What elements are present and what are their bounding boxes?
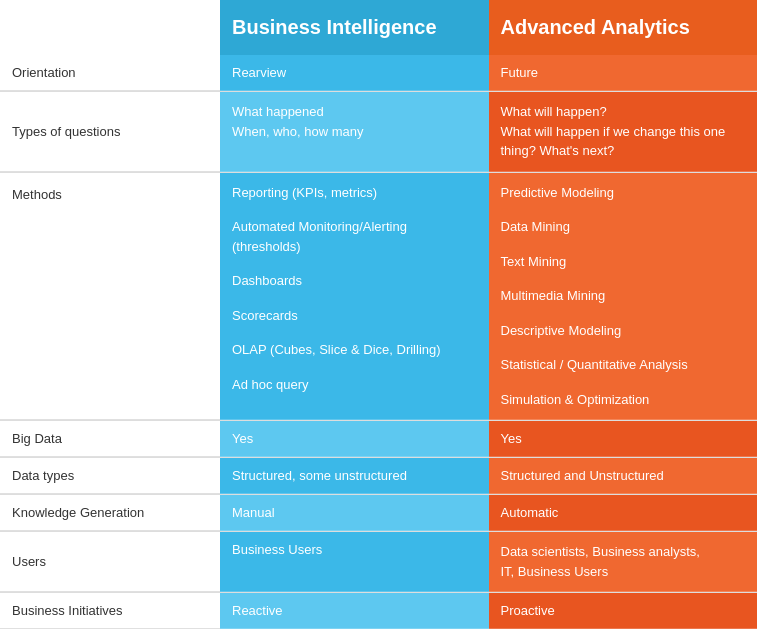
aa-method-6: Statistical / Quantitative Analysis [501,355,746,375]
aa-big-data: Yes [489,421,758,457]
bi-orientation: Rearview [220,55,489,91]
aa-data-types: Structured and Unstructured [489,458,758,494]
aa-toq-line2: What will happen if we change this one t… [501,122,746,161]
aa-knowledge-generation: Automatic [489,495,758,531]
bi-header-label: Business Intelligence [232,16,437,39]
row-users: Users Business Users Data scientists, Bu… [0,532,757,593]
label-data-types: Data types [0,458,220,494]
aa-method-5: Descriptive Modeling [501,321,746,341]
label-types-of-questions: Types of questions [0,92,220,172]
row-data-types: Data types Structured, some unstructured… [0,458,757,495]
label-orientation: Orientation [0,55,220,91]
aa-business-initiatives: Proactive [489,593,758,629]
label-knowledge-generation: Knowledge Generation [0,495,220,531]
comparison-table: Business Intelligence Advanced Analytics… [0,0,757,629]
row-types-of-questions: Types of questions What happened When, w… [0,92,757,173]
row-orientation: Orientation Rearview Future [0,55,757,92]
aa-method-1: Predictive Modeling [501,183,746,203]
bi-big-data: Yes [220,421,489,457]
bi-method-4: Scorecards [232,306,477,326]
row-business-initiatives: Business Initiatives Reactive Proactive [0,593,757,629]
header-row: Business Intelligence Advanced Analytics [0,0,757,55]
row-knowledge-generation: Knowledge Generation Manual Automatic [0,495,757,532]
aa-header-label: Advanced Analytics [501,16,690,39]
aa-users-line1: Data scientists, Business analysts, [501,542,746,562]
bi-data-types: Structured, some unstructured [220,458,489,494]
bi-types-of-questions: What happened When, who, how many [220,92,489,172]
bi-method-3: Dashboards [232,271,477,291]
aa-toq-line1: What will happen? [501,102,746,122]
aa-orientation: Future [489,55,758,91]
aa-users: Data scientists, Business analysts, IT, … [489,532,758,592]
label-business-initiatives: Business Initiatives [0,593,220,629]
bi-toq-line2: When, who, how many [232,122,477,142]
bi-method-6: Ad hoc query [232,375,477,395]
label-methods: Methods [0,173,220,421]
label-users: Users [0,532,220,592]
header-bi: Business Intelligence [220,0,489,55]
aa-types-of-questions: What will happen? What will happen if we… [489,92,758,172]
bi-business-initiatives: Reactive [220,593,489,629]
header-aa: Advanced Analytics [489,0,758,55]
bi-method-2: Automated Monitoring/Alerting (threshold… [232,217,477,256]
header-label-empty [0,0,220,55]
row-big-data: Big Data Yes Yes [0,421,757,458]
aa-method-7: Simulation & Optimization [501,390,746,410]
bi-method-1: Reporting (KPIs, metrics) [232,183,477,203]
aa-users-line2: IT, Business Users [501,562,746,582]
bi-knowledge-generation: Manual [220,495,489,531]
aa-methods: Predictive Modeling Data Mining Text Min… [489,173,758,421]
aa-method-2: Data Mining [501,217,746,237]
bi-users: Business Users [220,532,489,592]
aa-method-3: Text Mining [501,252,746,272]
row-methods: Methods Reporting (KPIs, metrics) Automa… [0,173,757,422]
bi-methods: Reporting (KPIs, metrics) Automated Moni… [220,173,489,421]
aa-method-4: Multimedia Mining [501,286,746,306]
bi-method-5: OLAP (Cubes, Slice & Dice, Drilling) [232,340,477,360]
label-big-data: Big Data [0,421,220,457]
bi-toq-line1: What happened [232,102,477,122]
